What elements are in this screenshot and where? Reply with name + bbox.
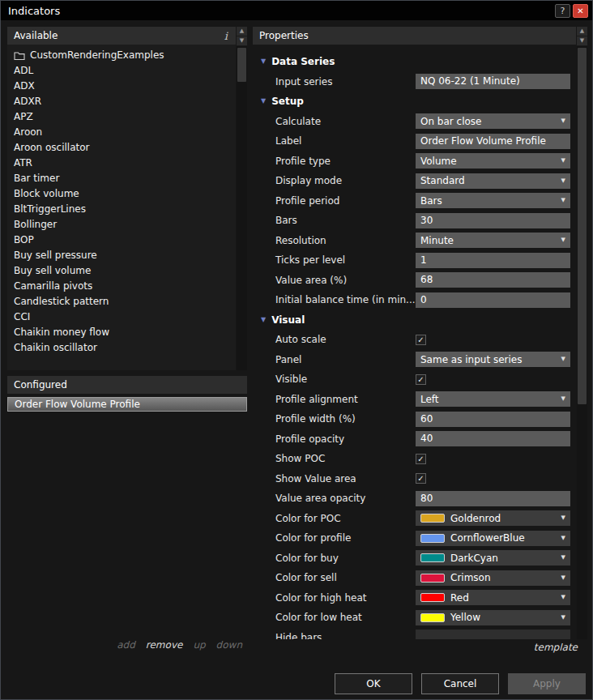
list-item[interactable]: Chaikin money flow — [7, 325, 236, 340]
collapse-caret-icon: ▼ — [261, 98, 266, 105]
resolution-dropdown[interactable]: Minute ▼ — [416, 233, 570, 248]
scroll-up-button[interactable]: ▲ — [237, 27, 247, 36]
list-item[interactable]: BOP — [7, 233, 236, 248]
list-item[interactable]: Aroon oscillator — [7, 140, 236, 156]
scroll-down-button[interactable]: ▼ — [577, 36, 587, 45]
list-item[interactable]: Candlestick pattern — [7, 294, 236, 309]
list-item[interactable]: Bar timer — [7, 171, 236, 186]
profile-type-dropdown[interactable]: Volume ▼ — [416, 153, 570, 169]
available-header-label: Available — [14, 30, 58, 41]
label-field[interactable]: Order Flow Volume Profile — [416, 134, 570, 149]
arrow-up-icon: ▲ — [240, 28, 244, 34]
folder-icon — [14, 51, 25, 61]
dropdown-value: Left — [420, 394, 439, 405]
list-item-label: Candlestick pattern — [14, 294, 109, 309]
ticks-per-level-field[interactable]: 1 — [416, 253, 570, 268]
list-item[interactable]: ADX — [7, 79, 236, 94]
color-poc-dropdown[interactable]: Goldenrod ▼ — [416, 510, 570, 526]
arrow-down-icon: ▼ — [580, 38, 584, 44]
value-area-field[interactable]: 68 — [416, 272, 570, 288]
field-row-color-buy: Color for buy DarkCyan ▼ — [253, 548, 576, 569]
template-link[interactable]: template — [534, 642, 578, 653]
profile-width-field[interactable]: 60 — [416, 412, 570, 427]
field-label: Panel — [253, 354, 416, 365]
close-button[interactable]: ✕ — [573, 4, 588, 18]
list-item[interactable]: APZ — [7, 109, 236, 125]
color-high-heat-dropdown[interactable]: Red ▼ — [416, 590, 570, 605]
section-setup[interactable]: ▼ Setup — [253, 92, 576, 112]
chevron-down-icon: ▼ — [561, 536, 565, 541]
section-data-series[interactable]: ▼ Data Series — [253, 52, 576, 72]
section-visual[interactable]: ▼ Visual — [253, 310, 576, 331]
list-item[interactable]: ADXR — [7, 94, 236, 109]
auto-scale-checkbox[interactable]: ✓ — [416, 335, 426, 345]
hide-bars-control[interactable] — [416, 630, 570, 639]
move-down-button[interactable]: down — [216, 639, 242, 651]
configured-item-selected[interactable]: Order Flow Volume Profile — [7, 397, 247, 412]
profile-period-dropdown[interactable]: Bars ▼ — [416, 193, 570, 208]
properties-panel: Properties ▼ Data Series Input series NQ… — [253, 27, 587, 655]
profile-alignment-dropdown[interactable]: Left ▼ — [416, 391, 570, 407]
list-item[interactable]: BltTriggerLines — [7, 202, 236, 217]
field-label: Profile width (%) — [253, 413, 416, 425]
info-icon[interactable]: i — [224, 30, 229, 42]
list-item-folder[interactable]: CustomRenderingExamples — [7, 48, 236, 63]
scroll-track[interactable] — [577, 46, 587, 639]
visible-checkbox[interactable]: ✓ — [416, 374, 426, 385]
scroll-thumb[interactable] — [237, 48, 246, 82]
color-profile-dropdown[interactable]: CornflowerBlue ▼ — [416, 531, 570, 546]
field-row-show-value-area: Show Value area ✓ — [253, 469, 576, 489]
list-item[interactable]: ATR — [7, 156, 236, 171]
panel-dropdown[interactable]: Same as input series ▼ — [416, 352, 570, 367]
field-row-profile-type: Profile type Volume ▼ — [253, 152, 576, 172]
scroll-down-button[interactable]: ▼ — [237, 36, 247, 45]
field-label: Label — [253, 135, 416, 147]
field-row-visible: Visible ✓ — [253, 369, 576, 390]
show-value-area-checkbox[interactable]: ✓ — [416, 473, 426, 484]
available-header: Available i — [7, 27, 236, 45]
list-item[interactable]: CCI — [7, 309, 236, 325]
list-item-label: BOP — [14, 233, 34, 248]
ok-button[interactable]: OK — [335, 673, 412, 694]
color-swatch — [420, 574, 445, 583]
dropdown-value: CornflowerBlue — [450, 532, 525, 544]
input-series-field[interactable]: NQ 06-22 (1 Minute) — [416, 74, 570, 89]
initial-balance-field[interactable]: 0 — [416, 292, 570, 308]
list-item[interactable]: Buy sell pressure — [7, 248, 236, 263]
field-label: Color for low heat — [253, 612, 416, 623]
list-item[interactable]: ADL — [7, 63, 236, 79]
field-label: Calculate — [253, 116, 416, 127]
color-swatch — [420, 534, 445, 543]
value-area-opacity-field[interactable]: 80 — [416, 491, 570, 506]
help-button[interactable]: ? — [555, 4, 570, 18]
dropdown-value: Volume — [420, 156, 457, 167]
list-item-label: ATR — [14, 156, 32, 171]
list-item[interactable]: Buy sell volume — [7, 263, 236, 279]
collapse-caret-icon: ▼ — [261, 58, 266, 65]
collapse-caret-icon: ▼ — [261, 317, 266, 323]
list-item[interactable]: Bollinger — [7, 217, 236, 233]
cancel-button[interactable]: Cancel — [421, 673, 499, 694]
scroll-thumb[interactable] — [578, 48, 587, 404]
list-item[interactable]: Camarilla pivots — [7, 279, 236, 294]
list-item[interactable]: Aroon — [7, 125, 236, 140]
add-button[interactable]: add — [117, 639, 135, 651]
scroll-up-button[interactable]: ▲ — [577, 27, 587, 36]
bars-field[interactable]: 30 — [416, 213, 570, 228]
list-item-label: Camarilla pivots — [14, 279, 92, 294]
color-sell-dropdown[interactable]: Crimson ▼ — [416, 570, 570, 586]
calculate-dropdown[interactable]: On bar close ▼ — [416, 113, 570, 129]
color-low-heat-dropdown[interactable]: Yellow ▼ — [416, 610, 570, 625]
field-row-color-sell: Color for sell Crimson ▼ — [253, 568, 576, 588]
list-item[interactable]: Chaikin oscillator — [7, 340, 236, 356]
apply-button[interactable]: Apply — [508, 673, 586, 694]
remove-button[interactable]: remove — [146, 639, 183, 651]
list-item[interactable]: Block volume — [7, 186, 236, 202]
color-buy-dropdown[interactable]: DarkCyan ▼ — [416, 550, 570, 566]
scroll-track[interactable] — [237, 46, 247, 370]
left-panel: Available i CustomRenderingExamples ADL … — [7, 27, 247, 665]
move-up-button[interactable]: up — [193, 639, 205, 651]
profile-opacity-field[interactable]: 40 — [416, 431, 570, 446]
display-mode-dropdown[interactable]: Standard ▼ — [416, 173, 570, 189]
show-poc-checkbox[interactable]: ✓ — [416, 454, 426, 464]
